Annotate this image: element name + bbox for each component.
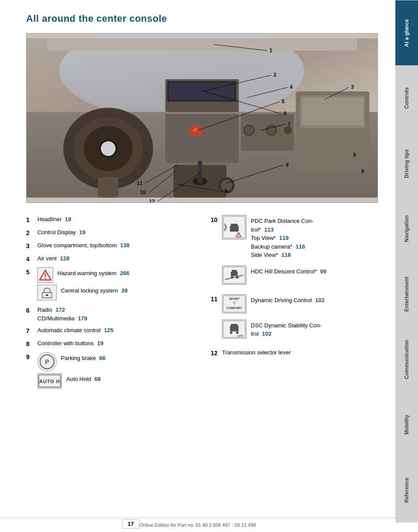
backup-camera-page[interactable]: 116 bbox=[296, 243, 305, 250]
svg-rect-83 bbox=[231, 324, 238, 327]
sidebar-tab-communication[interactable]: Communication bbox=[395, 327, 418, 392]
side-view-page[interactable]: 118 bbox=[281, 252, 291, 258]
sidebar-tab-controls[interactable]: Controls bbox=[395, 65, 418, 131]
page-number: 17 bbox=[122, 519, 139, 529]
sidebar-tab-driving-tips[interactable]: Driving tips bbox=[395, 131, 418, 196]
hdc-page[interactable]: 99 bbox=[320, 268, 326, 275]
item-5-hazard: Hazard warning system 266 bbox=[37, 267, 193, 283]
top-view-page[interactable]: 119 bbox=[279, 235, 289, 241]
svg-point-25 bbox=[245, 126, 253, 135]
footer: Online Edition for Part no. 01 40 2 606 … bbox=[0, 518, 395, 532]
auto-hold-icon: AUTO H bbox=[37, 373, 62, 389]
svg-point-84 bbox=[230, 331, 233, 334]
item-number-7: 7 bbox=[26, 326, 36, 336]
svg-text:8: 8 bbox=[353, 152, 356, 158]
svg-text:2: 2 bbox=[273, 72, 276, 78]
list-item-1: 1 Headliner 18 bbox=[26, 215, 193, 225]
pdc-icon bbox=[222, 215, 246, 239]
svg-rect-19 bbox=[198, 161, 202, 183]
left-column: 1 Headliner 18 2 Control Display 19 3 Gl… bbox=[26, 215, 193, 394]
item-6-page[interactable]: 172 bbox=[56, 306, 65, 313]
svg-point-7 bbox=[101, 141, 116, 156]
item-number-5: 5 bbox=[26, 267, 36, 277]
item-9-autoh: AUTO H Auto Hold 68 bbox=[37, 373, 193, 389]
item-7-page[interactable]: 125 bbox=[104, 327, 114, 333]
item-5-lock: Central locking system 39 bbox=[37, 285, 193, 300]
parking-brake-page[interactable]: 66 bbox=[99, 355, 105, 361]
sidebar-tab-mobility[interactable]: Mobility bbox=[395, 392, 418, 457]
side-view-label: Side View* bbox=[251, 252, 278, 258]
hdc-icon bbox=[222, 266, 246, 285]
svg-text:7: 7 bbox=[288, 121, 291, 127]
item-6-label: Radio bbox=[37, 306, 52, 313]
item-number-6: 6 bbox=[26, 306, 36, 315]
svg-point-85 bbox=[236, 331, 239, 334]
item-number-1: 1 bbox=[26, 215, 36, 225]
hdc-label: HDC Hill Descent Control* bbox=[251, 268, 317, 275]
svg-text:11: 11 bbox=[137, 180, 143, 186]
central-locking-icon bbox=[37, 285, 57, 300]
pdc-page[interactable]: 113 bbox=[264, 226, 274, 233]
item-9-parking: P Parking brake 66 bbox=[37, 352, 193, 371]
lock-label: Central locking system bbox=[61, 287, 118, 294]
svg-rect-60 bbox=[46, 294, 48, 296]
svg-text:P: P bbox=[45, 358, 49, 365]
item-number-10: 10 bbox=[211, 215, 220, 225]
item-4-page[interactable]: 128 bbox=[60, 255, 70, 262]
item-12-label: Transmission selector lever bbox=[222, 349, 291, 356]
item-8-page[interactable]: 19 bbox=[97, 340, 103, 347]
item-2-label: Control Display bbox=[37, 229, 76, 236]
backup-camera-label: Backup camera* bbox=[251, 243, 292, 250]
list-item-6: 6 Radio 172 CD/Multimedia 179 bbox=[26, 306, 193, 323]
svg-text:1: 1 bbox=[270, 47, 273, 54]
svg-text:OFF: OFF bbox=[237, 334, 244, 337]
item-4-label: Air vent bbox=[37, 255, 57, 262]
auto-hold-page[interactable]: 68 bbox=[94, 376, 101, 382]
list-item-11: 11 SPORT ▽ COMFORT Dynamic Drivi bbox=[211, 294, 378, 340]
sidebar-tab-reference[interactable]: Reference bbox=[395, 457, 418, 522]
footer-text: Online Edition for Part no. 01 40 2 606 … bbox=[139, 522, 256, 528]
list-item-9: 9 P Parking brake 66 bbox=[26, 352, 193, 391]
sidebar: At a glance Controls Driving tips Naviga… bbox=[395, 0, 418, 522]
list-item-7: 7 Automatic climate control 125 bbox=[26, 326, 193, 336]
item-3-label: Glove compartment, top/bottom bbox=[37, 242, 117, 249]
list-item-12: 12 Transmission selector lever bbox=[211, 348, 378, 358]
sidebar-tab-navigation[interactable]: Navigation bbox=[395, 196, 418, 261]
hazard-page[interactable]: 266 bbox=[120, 270, 129, 276]
svg-text:COMFORT: COMFORT bbox=[226, 306, 242, 310]
list-item-4: 4 Air vent 128 bbox=[26, 254, 193, 264]
right-column: 10 bbox=[211, 215, 378, 394]
dsc-label: DSC Dynamic Stability Con-trol bbox=[251, 322, 322, 337]
svg-rect-73 bbox=[232, 270, 237, 273]
svg-rect-67 bbox=[231, 224, 238, 227]
item-3-page[interactable]: 138 bbox=[120, 242, 130, 249]
pdc-label: PDC Park Distance Con-trol* bbox=[251, 218, 314, 233]
parking-brake-icon: P bbox=[37, 352, 57, 371]
item-number-4: 4 bbox=[26, 254, 36, 264]
item-10-pdc: PDC Park Distance Con-trol* 113 Top View… bbox=[222, 215, 378, 259]
item-number-12: 12 bbox=[211, 348, 220, 358]
svg-text:10: 10 bbox=[140, 189, 146, 195]
svg-point-70 bbox=[238, 236, 239, 237]
sidebar-tab-entertainment[interactable]: Entertainment bbox=[395, 261, 418, 327]
svg-text:8: 8 bbox=[286, 162, 289, 168]
hazard-label: Hazard warning system bbox=[57, 270, 117, 276]
svg-point-76 bbox=[236, 276, 239, 279]
list-item-8: 8 Controller with buttons 19 bbox=[26, 339, 193, 349]
dsc-page[interactable]: 102 bbox=[262, 330, 272, 337]
svg-text:12: 12 bbox=[149, 199, 155, 202]
item-1-label: Headliner bbox=[37, 216, 62, 222]
svg-text:9: 9 bbox=[361, 168, 364, 175]
svg-text:5: 5 bbox=[282, 98, 285, 104]
item-1-page[interactable]: 18 bbox=[65, 216, 71, 222]
svg-point-27 bbox=[267, 126, 276, 135]
lock-page[interactable]: 39 bbox=[121, 287, 127, 294]
item-6-sub-page[interactable]: 179 bbox=[78, 315, 88, 322]
svg-rect-8 bbox=[98, 177, 118, 198]
item-10-hdc: HDC Hill Descent Control* 99 bbox=[222, 266, 378, 285]
item-6-sub-label: CD/Multimedia bbox=[37, 315, 74, 322]
dynamic-driving-page[interactable]: 102 bbox=[315, 297, 325, 303]
item-2-page[interactable]: 19 bbox=[79, 229, 85, 236]
sidebar-tab-at-a-glance[interactable]: At a glance bbox=[395, 0, 418, 65]
sport-comfort-icon: SPORT ▽ COMFORT bbox=[222, 294, 246, 313]
